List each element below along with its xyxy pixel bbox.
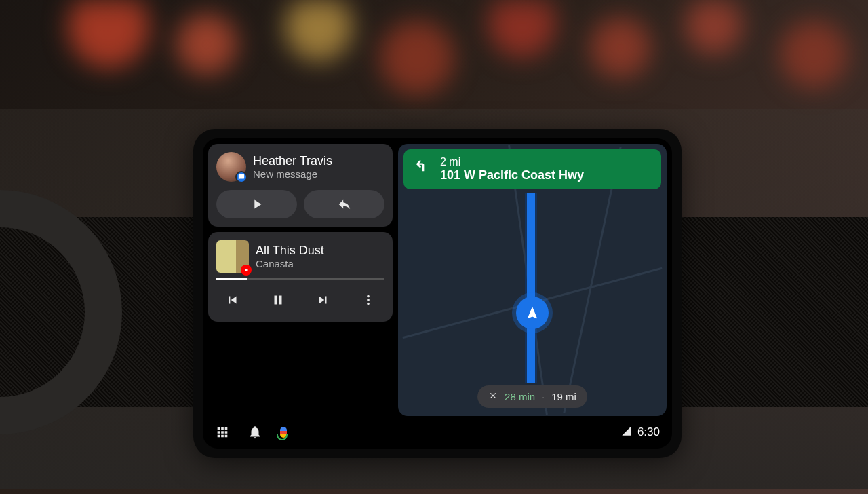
navigation-banner[interactable]: 2 mi 101 W Pacific Coast Hwy bbox=[403, 149, 661, 189]
system-bar: 6:30 bbox=[203, 416, 672, 449]
eta-time: 28 min bbox=[505, 391, 535, 402]
pause-icon bbox=[271, 292, 285, 307]
eta-distance: 19 mi bbox=[551, 391, 576, 402]
close-icon bbox=[488, 391, 498, 400]
navigation-distance: 2 mi bbox=[440, 156, 584, 168]
app-launcher-button[interactable] bbox=[215, 425, 230, 440]
speaker-grille-right bbox=[665, 217, 868, 407]
notifications-button[interactable] bbox=[248, 425, 262, 440]
infotainment-bezel: Heather Travis New message bbox=[193, 129, 682, 458]
album-art bbox=[216, 240, 249, 273]
eta-separator: · bbox=[542, 391, 545, 402]
navigation-map[interactable]: 2 mi 101 W Pacific Coast Hwy 28 min · 19… bbox=[398, 144, 667, 416]
skip-next-icon bbox=[315, 292, 330, 307]
avatar bbox=[216, 152, 246, 182]
cell-signal-icon bbox=[621, 425, 632, 439]
microphone-icon bbox=[280, 427, 287, 438]
more-options-button[interactable] bbox=[355, 286, 382, 314]
navigation-road-name: 101 W Pacific Coast Hwy bbox=[440, 168, 584, 183]
messages-app-badge-icon bbox=[235, 171, 248, 183]
apps-grid-icon bbox=[215, 425, 230, 440]
voice-assistant-button[interactable] bbox=[280, 427, 287, 438]
current-location-marker bbox=[516, 297, 549, 329]
turn-left-icon bbox=[413, 156, 432, 178]
reply-icon bbox=[337, 197, 352, 212]
youtube-music-badge-icon bbox=[241, 265, 252, 276]
navigation-arrow-icon bbox=[525, 305, 540, 320]
media-card[interactable]: All This Dust Canasta bbox=[208, 232, 393, 322]
status-clock: 6:30 bbox=[637, 425, 660, 439]
track-title: All This Dust bbox=[256, 244, 324, 258]
playback-progress[interactable] bbox=[216, 278, 384, 280]
track-artist: Canasta bbox=[256, 258, 324, 269]
next-track-button[interactable] bbox=[309, 286, 336, 314]
reply-button[interactable] bbox=[304, 190, 384, 218]
pause-button[interactable] bbox=[264, 286, 292, 314]
previous-track-button[interactable] bbox=[219, 286, 246, 314]
play-message-button[interactable] bbox=[216, 190, 297, 218]
notification-card[interactable]: Heather Travis New message bbox=[208, 144, 393, 227]
more-vert-icon bbox=[361, 292, 376, 307]
close-navigation-button[interactable] bbox=[488, 391, 498, 402]
notification-sender: Heather Travis bbox=[253, 154, 384, 168]
eta-pill[interactable]: 28 min · 19 mi bbox=[477, 385, 587, 408]
play-icon bbox=[250, 197, 264, 212]
infotainment-screen: Heather Travis New message bbox=[203, 138, 672, 449]
bell-icon bbox=[248, 425, 262, 440]
skip-previous-icon bbox=[225, 292, 240, 307]
notification-subtitle: New message bbox=[253, 168, 384, 180]
